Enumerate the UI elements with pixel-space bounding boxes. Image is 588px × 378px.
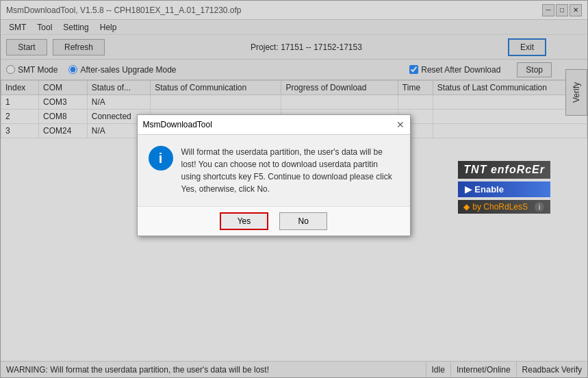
dialog-no-button[interactable]: No <box>279 212 327 230</box>
dialog-title-bar: MsmDownloadTool ✕ <box>138 115 410 135</box>
dialog: MsmDownloadTool ✕ i Will format the user… <box>137 114 411 236</box>
dialog-info-icon: i <box>149 146 173 171</box>
dialog-close-button[interactable]: ✕ <box>396 119 405 130</box>
dialog-overlay: MsmDownloadTool ✕ i Will format the user… <box>0 0 588 378</box>
dialog-yes-button[interactable]: Yes <box>220 212 269 230</box>
dialog-footer: Yes No <box>138 206 410 236</box>
dialog-body: i Will format the userdata partition, th… <box>138 135 410 206</box>
dialog-title-text: MsmDownloadTool <box>143 120 212 129</box>
dialog-message: Will format the userdata partition, the … <box>181 146 399 195</box>
